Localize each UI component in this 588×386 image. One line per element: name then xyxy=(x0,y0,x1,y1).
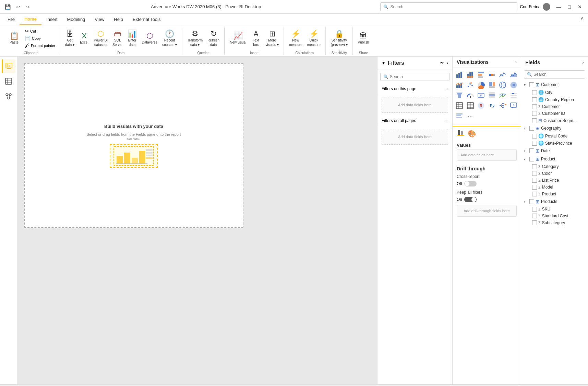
tree-item-customer-segm[interactable]: ⊞ Customer Segm... xyxy=(521,117,588,124)
product-field-checkbox[interactable] xyxy=(532,192,537,196)
filters-expand-icon[interactable]: › xyxy=(447,61,448,65)
viz-expand-icon[interactable]: › xyxy=(515,60,517,64)
filters-all-pages-menu[interactable]: ··· xyxy=(445,118,448,123)
viz-matrix[interactable] xyxy=(466,101,475,110)
tree-group-customer-header[interactable]: ▾ ⊞ Customer xyxy=(521,81,588,89)
category-checkbox[interactable] xyxy=(532,164,537,169)
customer-checkbox[interactable] xyxy=(529,82,534,87)
title-search-input[interactable] xyxy=(391,4,514,9)
list-price-checkbox[interactable] xyxy=(532,178,537,183)
date-checkbox[interactable] xyxy=(529,148,534,153)
excel-button[interactable]: X Excel xyxy=(77,31,91,46)
viz-decomp-tree[interactable] xyxy=(498,101,507,110)
fields-search-input[interactable] xyxy=(533,72,585,77)
tree-item-customer-id[interactable]: Σ Customer ID xyxy=(521,110,588,117)
filters-on-page-menu[interactable]: ··· xyxy=(445,86,448,91)
viz-treemap[interactable] xyxy=(487,80,497,90)
viz-paint-icon[interactable]: 🎨 xyxy=(468,130,476,138)
minimize-button[interactable]: — xyxy=(553,3,565,11)
text-box-button[interactable]: A Text box xyxy=(249,29,263,48)
viz-clustered-bar[interactable] xyxy=(476,70,486,80)
viz-kpi[interactable]: KPI xyxy=(498,91,507,100)
tab-insert[interactable]: Insert xyxy=(41,14,62,25)
standard-cost-checkbox[interactable] xyxy=(532,214,537,218)
customer-segm-checkbox[interactable] xyxy=(532,118,537,123)
dataverse-button[interactable]: ⬡ Dataverse xyxy=(140,31,160,46)
sql-server-button[interactable]: 🗃 SQL Server xyxy=(110,29,124,48)
tree-item-city[interactable]: 🌐 City xyxy=(521,89,588,96)
drill-drop-zone[interactable]: Add drill-through fields here xyxy=(457,205,517,217)
filters-eye-icon[interactable]: 👁 xyxy=(440,61,444,65)
filters-search-input[interactable] xyxy=(390,74,446,79)
product-checkbox[interactable] xyxy=(529,157,534,161)
tab-view[interactable]: View xyxy=(90,14,109,25)
viz-card[interactable]: 42 xyxy=(476,91,486,100)
undo-button[interactable]: ↩ xyxy=(14,3,22,11)
country-checkbox[interactable] xyxy=(532,97,537,102)
tree-group-products-header[interactable]: › ⊞ Products xyxy=(521,197,588,206)
tab-external-tools[interactable]: External Tools xyxy=(128,14,165,25)
transform-data-button[interactable]: ⚙ Transform data ▾ xyxy=(185,29,205,48)
tree-item-sku[interactable]: Σ SKU xyxy=(521,206,588,213)
get-data-button[interactable]: 🗄 Get data ▾ xyxy=(63,29,77,48)
tree-item-state-province[interactable]: 🌐 State-Province xyxy=(521,140,588,147)
canvas-area[interactable]: Build visuals with your data Select or d… xyxy=(17,57,377,384)
viz-scatter[interactable] xyxy=(466,80,475,90)
canvas-page[interactable]: Build visuals with your data Select or d… xyxy=(24,63,243,228)
tree-item-color[interactable]: Σ Color xyxy=(521,170,588,177)
color-checkbox[interactable] xyxy=(532,171,537,176)
tab-modeling[interactable]: Modeling xyxy=(62,14,90,25)
viz-qna[interactable]: ? xyxy=(509,101,518,110)
tree-item-model[interactable]: Σ Model xyxy=(521,184,588,191)
viz-100pct-bar[interactable] xyxy=(487,70,497,80)
filters-all-pages-drop[interactable]: Add data fields here xyxy=(382,129,448,145)
subcategory-checkbox[interactable] xyxy=(532,220,537,225)
tree-group-date-header[interactable]: › ⊞ Date xyxy=(521,147,588,155)
report-view-button[interactable] xyxy=(2,59,15,73)
viz-python[interactable]: Py xyxy=(487,101,497,110)
filters-on-page-drop[interactable]: Add data fields here xyxy=(382,97,448,113)
filters-search-box[interactable]: 🔍 xyxy=(380,73,449,81)
close-button[interactable]: ✕ xyxy=(574,3,585,11)
tab-help[interactable]: Help xyxy=(109,14,128,25)
tree-item-product[interactable]: Σ Product xyxy=(521,191,588,197)
viz-bar-chart[interactable] xyxy=(455,70,464,80)
quick-measure-button[interactable]: ⚡ Quick measure xyxy=(305,29,323,48)
format-painter-button[interactable]: 🖌 Format painter xyxy=(23,42,57,49)
save-button[interactable]: 💾 xyxy=(3,3,13,11)
ribbon-collapse-button[interactable]: ∧ xyxy=(579,14,585,25)
tab-home[interactable]: Home xyxy=(20,14,41,25)
fields-expand-icon[interactable]: › xyxy=(582,60,584,65)
viz-slicer[interactable] xyxy=(509,91,518,100)
tree-item-postal-code[interactable]: 🌐 Postal Code xyxy=(521,132,588,140)
viz-pie[interactable] xyxy=(476,80,486,90)
publish-button[interactable]: 🏛 Publish xyxy=(356,31,371,46)
customer-id-checkbox[interactable] xyxy=(532,111,537,116)
viz-format-icon[interactable] xyxy=(457,129,465,138)
tree-item-country-region[interactable]: 🌐 Country-Region xyxy=(521,96,588,103)
viz-more[interactable]: ··· xyxy=(466,111,475,121)
tree-group-product-header[interactable]: ▾ ⊞ Product xyxy=(521,155,588,163)
products-checkbox[interactable] xyxy=(529,199,534,204)
postal-checkbox[interactable] xyxy=(532,134,537,138)
viz-filled-map[interactable] xyxy=(509,80,518,90)
viz-line-clustered[interactable] xyxy=(455,80,464,90)
cross-report-toggle[interactable] xyxy=(464,181,477,186)
copy-button[interactable]: 📄 Copy xyxy=(23,35,57,42)
title-search-box[interactable]: 🔍 xyxy=(380,2,517,11)
viz-stacked-bar[interactable] xyxy=(466,70,475,80)
more-visuals-button[interactable]: ⊞ More visuals ▾ xyxy=(264,29,281,48)
viz-values-drop[interactable]: Add data fields here xyxy=(457,149,517,161)
sensitivity-button[interactable]: 🔒 Sensitivity (preview) ▾ xyxy=(329,29,350,48)
city-checkbox[interactable] xyxy=(532,90,537,95)
customer-field-checkbox[interactable] xyxy=(532,104,537,109)
redo-button[interactable]: ↪ xyxy=(24,3,32,11)
sku-checkbox[interactable] xyxy=(532,207,537,212)
viz-multi-row-card[interactable] xyxy=(487,91,497,100)
viz-smart-narrative[interactable] xyxy=(455,111,464,121)
viz-area-chart[interactable] xyxy=(509,70,518,80)
viz-map[interactable] xyxy=(498,80,507,90)
tree-item-standard-cost[interactable]: Σ Standard Cost xyxy=(521,213,588,219)
keep-filters-toggle[interactable] xyxy=(464,197,477,202)
geography-checkbox[interactable] xyxy=(529,126,534,131)
